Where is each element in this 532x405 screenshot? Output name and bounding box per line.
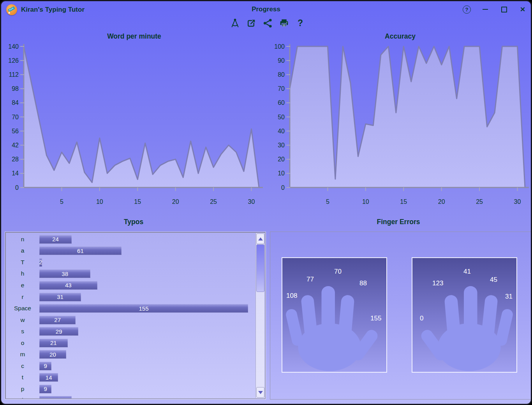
y-tick-label: 98 <box>12 85 19 92</box>
typo-row: i24 <box>6 395 255 399</box>
typo-count-bar: 61 <box>39 246 122 255</box>
typo-key-label: Space <box>6 305 39 312</box>
app-title: Kiran's Typing Tutor <box>21 6 85 14</box>
y-tick-label: 0 <box>281 184 285 191</box>
x-tick-label: 5 <box>326 198 329 205</box>
typo-key-label: i <box>6 397 39 399</box>
y-tick-label: 126 <box>8 57 19 64</box>
typo-key-label: a <box>6 247 39 254</box>
y-tick-label: 20 <box>278 156 285 163</box>
typo-count-bar: 14 <box>39 373 58 382</box>
typo-row: h38 <box>6 268 255 280</box>
close-button[interactable]: ✕ <box>518 5 527 14</box>
typo-row: a61 <box>6 245 255 257</box>
left-pinky-errors: 108 <box>286 292 297 299</box>
typo-count-bar: 43 <box>39 281 97 290</box>
typo-row: s29 <box>6 325 255 337</box>
y-tick-label: 140 <box>8 43 19 50</box>
x-tick-label: 15 <box>400 198 407 205</box>
left-index-errors: 88 <box>359 280 367 287</box>
section-titles: Typos Finger Errors <box>1 218 531 226</box>
y-tick-label: 40 <box>278 128 285 134</box>
y-tick-label: 84 <box>12 99 19 106</box>
help-icon[interactable]: ? <box>295 18 306 29</box>
app-logo-icon <box>6 4 17 15</box>
typo-count-bar: 31 <box>39 293 81 301</box>
scroll-down-button[interactable] <box>256 387 264 398</box>
minimize-button[interactable] <box>481 5 490 14</box>
app-window: Kiran's Typing Tutor Progress ? ✕ <box>0 0 532 405</box>
wpm-chart-plot: 01428425670849811212614051015202530 <box>1 42 267 210</box>
typo-count-bar: 9 <box>39 385 51 393</box>
typo-key-label: m <box>6 351 39 358</box>
typo-row: r31 <box>6 291 255 303</box>
y-tick-label: 56 <box>12 128 19 134</box>
export-icon[interactable] <box>246 18 257 29</box>
typo-key-label: e <box>6 282 39 289</box>
typo-key-label: h <box>6 270 39 277</box>
right-pinky-errors: 31 <box>505 293 513 300</box>
help-button[interactable]: ? <box>463 5 471 14</box>
typo-row: Space155 <box>6 302 255 314</box>
compass-icon[interactable] <box>229 18 241 29</box>
typo-row: p9 <box>6 383 255 395</box>
typo-row: n24 <box>6 233 255 245</box>
y-tick-label: 90 <box>278 57 285 64</box>
right-middle-errors: 41 <box>463 268 471 275</box>
left-middle-errors: 70 <box>334 268 342 275</box>
typo-count-bar: 27 <box>39 316 76 324</box>
typo-row: T2 <box>6 256 255 268</box>
typo-count-bar: 21 <box>39 339 68 347</box>
share-icon[interactable] <box>262 18 273 29</box>
x-tick-label: 30 <box>248 198 255 205</box>
typos-list: n24a61T2h38e43r31Space155w27s29o21m20c9t… <box>6 233 255 399</box>
typo-count-bar: 38 <box>39 269 90 278</box>
toolbar: ? <box>1 18 531 31</box>
typo-count-bar: 24 <box>39 235 72 244</box>
y-tick-label: 70 <box>278 85 285 92</box>
typo-row: w27 <box>6 314 255 326</box>
accuracy-chart-plot: 010203040506070809010051015202530 <box>267 42 532 210</box>
y-tick-label: 30 <box>278 142 285 149</box>
typo-count-bar: 2 <box>39 258 42 267</box>
typo-row: e43 <box>6 279 255 291</box>
typo-key-label: o <box>6 340 39 347</box>
typo-key-label: w <box>6 317 39 324</box>
scrollbar-thumb[interactable] <box>256 244 264 292</box>
scroll-up-button[interactable] <box>256 233 264 244</box>
window-controls: ? ✕ <box>463 5 527 14</box>
app-identity: Kiran's Typing Tutor <box>6 4 85 15</box>
x-tick-label: 10 <box>362 198 369 205</box>
left-hand-box: 108 77 70 88 155 <box>282 257 387 373</box>
typo-key-label: s <box>6 328 39 335</box>
typo-key-label: n <box>6 236 39 243</box>
left-ring-errors: 77 <box>307 276 314 283</box>
finger-errors-title: Finger Errors <box>266 218 531 226</box>
print-icon[interactable] <box>278 18 290 29</box>
y-tick-label: 0 <box>15 184 19 191</box>
title-bar: Kiran's Typing Tutor Progress ? ✕ <box>1 1 531 19</box>
typo-key-label: c <box>6 363 39 370</box>
x-tick-label: 25 <box>210 198 217 205</box>
maximize-button[interactable] <box>500 5 508 14</box>
area-series <box>290 46 525 187</box>
y-tick-label: 112 <box>9 71 19 78</box>
wpm-chart-title: Word per minute <box>1 32 267 42</box>
typos-title: Typos <box>1 218 266 226</box>
right-thumb-errors: 0 <box>420 315 423 322</box>
typo-count-bar: 29 <box>39 327 78 336</box>
typo-key-label: p <box>6 386 39 393</box>
y-tick-label: 10 <box>278 170 285 177</box>
typos-scrollbar[interactable] <box>255 233 264 398</box>
y-tick-label: 60 <box>278 99 285 106</box>
finger-errors-panel: 108 77 70 88 155 0 123 41 45 31 <box>270 232 531 399</box>
wpm-chart: Word per minute 014284256708498112126140… <box>1 32 267 210</box>
typo-key-label: t <box>6 374 39 381</box>
typo-row: m20 <box>6 348 255 360</box>
x-tick-label: 30 <box>514 198 521 205</box>
typo-count-bar: 9 <box>39 362 51 370</box>
typo-count-bar: 24 <box>39 396 72 399</box>
typos-panel: n24a61T2h38e43r31Space155w27s29o21m20c9t… <box>5 232 266 399</box>
y-tick-label: 70 <box>12 114 19 120</box>
y-tick-label: 50 <box>278 114 285 120</box>
